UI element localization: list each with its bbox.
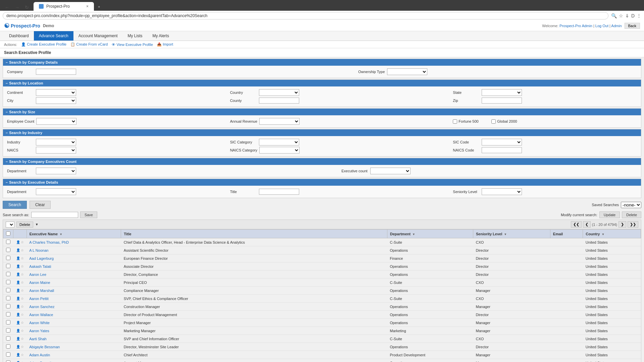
county-input[interactable]: [259, 98, 299, 104]
exec-dept2-select[interactable]: [36, 188, 76, 195]
row-icon-person-11[interactable]: 👤: [16, 329, 20, 333]
tab-my-alerts[interactable]: My Alerts: [148, 31, 174, 41]
row-name-7[interactable]: Aaron Pettit: [26, 295, 121, 303]
th-title[interactable]: Title: [121, 230, 387, 238]
row-icon-star-2[interactable]: ☆: [21, 256, 24, 260]
row-checkbox-15[interactable]: [6, 360, 10, 362]
row-checkbox-2[interactable]: [6, 256, 10, 260]
delete-button-top[interactable]: Delete: [16, 222, 33, 228]
row-name-6[interactable]: Aaron Marshall: [26, 287, 121, 295]
th-department[interactable]: Department ▼: [387, 230, 473, 238]
row-icon-star-9[interactable]: ☆: [21, 313, 24, 316]
row-icon-person-6[interactable]: 👤: [16, 289, 20, 292]
row-icon-person-3[interactable]: 👤: [16, 264, 20, 268]
employee-count-select[interactable]: [36, 118, 76, 125]
row-checkbox-5[interactable]: [6, 280, 10, 284]
annual-revenue-select[interactable]: [259, 118, 300, 125]
tab-close-btn[interactable]: ×: [86, 4, 89, 9]
exec-name-link-1[interactable]: A L Noonan: [29, 248, 48, 252]
exec-name-link-5[interactable]: Aaron Maine: [29, 281, 50, 285]
row-name-15[interactable]: Adam Breault: [26, 359, 121, 362]
row-icon-star-12[interactable]: ☆: [21, 337, 24, 341]
exec-count-select[interactable]: [370, 168, 411, 174]
row-name-0[interactable]: A Charles Thomas, PhD: [26, 238, 121, 246]
bulk-action-select[interactable]: [6, 222, 14, 228]
row-icon-person-14[interactable]: 👤: [16, 353, 20, 357]
tab-account-management[interactable]: Account Management: [73, 31, 123, 41]
company-input[interactable]: [36, 69, 76, 75]
continent-select[interactable]: [36, 89, 76, 96]
exec-name-link-6[interactable]: Aaron Marshall: [29, 289, 54, 293]
url-input[interactable]: [3, 12, 608, 19]
row-icon-star-14[interactable]: ☆: [21, 353, 24, 357]
exec-name-link-8[interactable]: Aaron Sanchez: [29, 305, 54, 309]
row-icon-star-13[interactable]: ☆: [21, 345, 24, 349]
exec-name-link-12[interactable]: Aarti Shah: [29, 337, 46, 341]
row-icon-person-4[interactable]: 👤: [16, 273, 20, 276]
city-select[interactable]: [36, 97, 76, 104]
row-checkbox-3[interactable]: [6, 264, 10, 268]
row-icon-person-13[interactable]: 👤: [16, 345, 20, 349]
row-checkbox-1[interactable]: [6, 248, 10, 252]
exec-name-link-4[interactable]: Aaron Lee: [29, 273, 46, 277]
row-name-11[interactable]: Aaron Yates: [26, 327, 121, 335]
th-executive-name[interactable]: Executive Name ▼: [26, 230, 121, 238]
row-icon-person-5[interactable]: 👤: [16, 281, 20, 284]
row-name-1[interactable]: A L Noonan: [26, 246, 121, 254]
row-icon-star-11[interactable]: ☆: [21, 329, 24, 333]
active-tab[interactable]: Prospect-Pro ×: [34, 2, 94, 11]
row-icon-star-1[interactable]: ☆: [21, 248, 24, 252]
exec-name-link-7[interactable]: Aaron Pettit: [29, 297, 48, 301]
row-checkbox-10[interactable]: [6, 320, 10, 324]
row-name-12[interactable]: Aarti Shah: [26, 335, 121, 343]
row-checkbox-6[interactable]: [6, 288, 10, 292]
select-all-checkbox[interactable]: [6, 231, 10, 236]
exec-name-link-3[interactable]: Aakash Talati: [29, 264, 51, 268]
exec-name-link-13[interactable]: Abigayle Bessman: [29, 345, 60, 349]
global2000-checkbox[interactable]: [491, 119, 496, 124]
size-header[interactable]: – Search by Size: [3, 109, 641, 115]
row-icon-star-0[interactable]: ☆: [21, 240, 24, 244]
back-button[interactable]: Back: [625, 23, 640, 29]
row-checkbox-13[interactable]: [6, 344, 10, 349]
sic-category-select[interactable]: [259, 139, 299, 145]
first-page-btn-top[interactable]: ❮❮: [571, 221, 582, 228]
row-checkbox-4[interactable]: [6, 272, 10, 276]
row-checkbox-11[interactable]: [6, 328, 10, 333]
location-header[interactable]: – Search by Location: [3, 80, 641, 86]
row-checkbox-7[interactable]: [6, 296, 10, 300]
state-select[interactable]: [482, 89, 522, 96]
row-icon-person-7[interactable]: 👤: [16, 297, 20, 300]
exec-count-header[interactable]: – Search by Company Executives Count: [3, 158, 641, 165]
row-icon-star-5[interactable]: ☆: [21, 281, 24, 284]
th-email[interactable]: Email: [550, 230, 583, 238]
naics-code-input[interactable]: [482, 147, 522, 153]
row-icon-person-12[interactable]: 👤: [16, 337, 20, 341]
th-country[interactable]: Country ▼: [583, 230, 641, 238]
row-checkbox-12[interactable]: [6, 336, 10, 341]
row-checkbox-9[interactable]: [6, 312, 10, 316]
exec-name-link-11[interactable]: Aaron Yates: [29, 329, 49, 333]
row-name-9[interactable]: Aaron Wallace: [26, 311, 121, 319]
industry-select[interactable]: [36, 139, 76, 145]
row-name-3[interactable]: Aakash Talati: [26, 262, 121, 270]
bookmark-btn[interactable]: ☆: [619, 13, 623, 18]
save-search-input[interactable]: [31, 212, 78, 218]
naics-category-select[interactable]: [259, 147, 300, 154]
row-name-8[interactable]: Aaron Sanchez: [26, 303, 121, 311]
exec-name-link-15[interactable]: Adam Breault: [29, 361, 52, 362]
saved-searches-select[interactable]: -none-: [621, 202, 641, 208]
forward-nav-btn[interactable]: →: [13, 4, 21, 11]
industry-header[interactable]: – Search by Industry: [3, 129, 641, 136]
country-select[interactable]: [259, 89, 299, 96]
menu-btn[interactable]: ⋮: [637, 13, 641, 18]
view-exec-profile-link[interactable]: 👁 View Executive Profile: [112, 43, 153, 47]
create-from-vcard-link[interactable]: 📋 Create From vCard: [70, 42, 108, 47]
row-icon-person-0[interactable]: 👤: [16, 240, 20, 244]
fortune500-checkbox[interactable]: [453, 119, 457, 124]
last-page-btn-top[interactable]: ❯❯: [628, 221, 638, 228]
exec-name-link-9[interactable]: Aaron Wallace: [29, 313, 53, 317]
row-icon-star-10[interactable]: ☆: [21, 321, 24, 324]
next-page-btn-top[interactable]: ❯: [619, 221, 626, 228]
tab-advance-search[interactable]: Advance Search: [34, 31, 73, 41]
